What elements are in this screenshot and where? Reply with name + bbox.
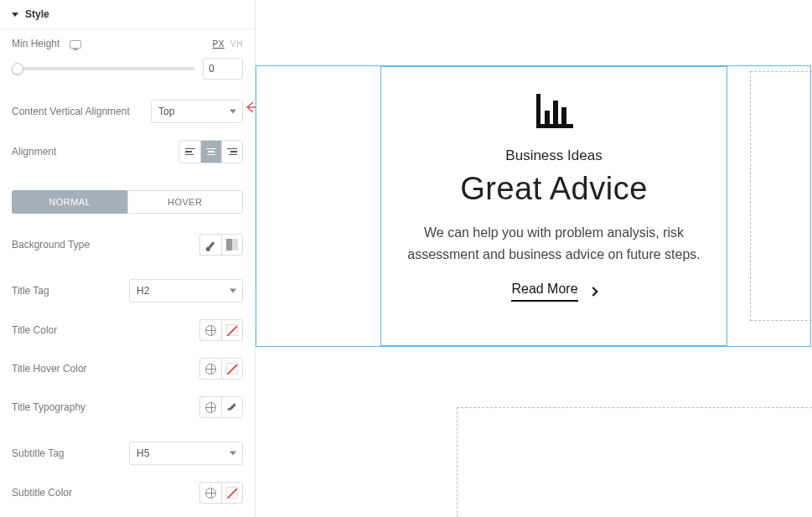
row-title-color: Title Color — [0, 311, 255, 349]
svg-rect-4 — [553, 101, 558, 124]
widget-card[interactable]: Business Ideas Great Advice We can help … — [380, 66, 727, 346]
section-header-style[interactable]: Style — [0, 0, 255, 29]
unit-px[interactable]: PX — [212, 39, 224, 49]
row-alignment: Alignment — [0, 132, 255, 172]
title-hover-picker-button[interactable] — [221, 358, 243, 380]
subtitle-color-label: Subtitle Color — [12, 487, 72, 499]
bg-classic-button[interactable] — [199, 234, 221, 256]
row-subtitle-tag: Subtitle Tag H5 — [0, 433, 255, 473]
globe-icon — [205, 325, 216, 336]
card-title: Great Advice — [460, 171, 648, 207]
style-panel: Style Min Height PX VH Content Vertical … — [0, 0, 256, 517]
globe-icon — [205, 488, 216, 499]
tab-normal[interactable]: NORMAL — [12, 190, 127, 214]
globe-icon — [205, 364, 216, 375]
row-bg-type: Background Type — [0, 225, 255, 264]
alignment-group — [178, 140, 243, 163]
row-title-tag: Title Tag H2 — [0, 271, 255, 311]
cva-select[interactable]: Top — [151, 100, 243, 123]
card-description: We can help you with problem analysis, r… — [405, 222, 703, 265]
title-typo-global-button[interactable] — [199, 396, 221, 418]
svg-rect-3 — [545, 111, 550, 124]
subtitle-tag-select[interactable]: H5 — [129, 442, 243, 465]
caret-down-icon — [12, 13, 18, 17]
gradient-icon — [226, 239, 238, 251]
min-height-slider[interactable] — [12, 67, 194, 70]
row-subtitle-typo: Subtitle Typography — [0, 512, 255, 517]
subtitle-color-picker-button[interactable] — [221, 482, 243, 504]
min-height-slider-row — [0, 58, 255, 91]
title-color-picker-button[interactable] — [221, 319, 243, 341]
row-title-hover-color: Title Hover Color — [0, 349, 255, 388]
title-color-global-button[interactable] — [199, 319, 221, 341]
no-color-icon — [226, 363, 238, 375]
min-height-input[interactable] — [203, 58, 243, 80]
brush-icon — [207, 241, 215, 250]
row-subtitle-color: Subtitle Color — [0, 473, 255, 512]
no-color-icon — [226, 487, 238, 499]
state-tabs: NORMAL HOVER — [0, 178, 255, 225]
row-cva: Content Vertical Alignment Top — [0, 91, 255, 132]
card-subtitle: Business Ideas — [505, 147, 602, 164]
title-tag-select[interactable]: H2 — [129, 279, 243, 302]
bg-type-group — [199, 234, 243, 256]
tab-hover[interactable]: HOVER — [127, 190, 244, 214]
min-height-label: Min Height — [12, 38, 81, 49]
bg-type-label: Background Type — [12, 239, 90, 251]
no-color-icon — [226, 324, 238, 336]
section-selection-outline[interactable]: Business Ideas Great Advice We can help … — [256, 65, 811, 347]
subtitle-color-global-button[interactable] — [199, 482, 221, 504]
row-title-typo: Title Typography — [0, 388, 255, 427]
bar-chart-icon — [533, 92, 575, 134]
subtitle-tag-label: Subtitle Tag — [12, 447, 65, 459]
svg-rect-2 — [536, 124, 573, 128]
empty-section-bottom[interactable] — [457, 407, 812, 517]
unit-toggle: PX VH — [209, 39, 243, 49]
read-more-link[interactable]: Read More — [511, 282, 596, 302]
globe-icon — [205, 402, 216, 413]
title-hover-color-label: Title Hover Color — [12, 363, 87, 375]
section-title: Style — [25, 8, 49, 20]
svg-rect-1 — [536, 94, 540, 127]
chevron-right-icon — [588, 287, 597, 297]
title-color-label: Title Color — [12, 324, 57, 336]
svg-rect-5 — [561, 107, 566, 124]
desktop-icon[interactable] — [70, 40, 81, 49]
title-typo-edit-button[interactable] — [221, 396, 243, 418]
title-hover-global-button[interactable] — [199, 358, 221, 380]
alignment-label: Alignment — [12, 146, 56, 158]
row-min-height: Min Height PX VH — [0, 29, 255, 58]
unit-vh[interactable]: VH — [230, 39, 243, 49]
read-more-text: Read More — [511, 282, 577, 302]
editor-canvas[interactable]: Business Ideas Great Advice We can help … — [256, 0, 812, 517]
align-right-button[interactable] — [221, 141, 242, 163]
title-typo-label: Title Typography — [12, 401, 85, 413]
empty-column-right[interactable] — [750, 71, 812, 321]
align-left-button[interactable] — [179, 141, 200, 163]
pencil-icon — [227, 402, 237, 412]
cva-label: Content Vertical Alignment — [12, 106, 130, 117]
bg-gradient-button[interactable] — [221, 234, 243, 256]
align-center-button[interactable] — [200, 141, 221, 163]
title-tag-label: Title Tag — [12, 285, 49, 297]
